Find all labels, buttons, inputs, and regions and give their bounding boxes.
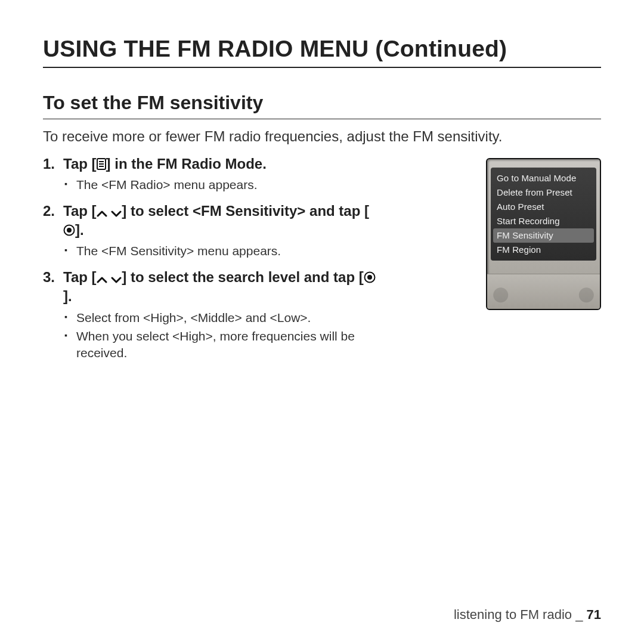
menu-item: Delete from Preset [491, 185, 596, 200]
step-item: Tap [ ] to select <FM Sensitivity> and t… [43, 202, 377, 259]
menu-item-highlighted: FM Sensitivity [493, 228, 594, 243]
section-title: To set the FM sensitivity [43, 92, 601, 114]
substep-text: The <FM Sensitivity> menu appears. [63, 243, 377, 259]
target-icon [364, 271, 376, 283]
step-text: to select the search level and tap [126, 269, 358, 285]
substep-text: The <FM Radio> menu appears. [63, 177, 377, 193]
menu-item: Start Recording [491, 214, 596, 228]
footer-chapter: listening to FM radio [454, 607, 572, 622]
step-text: Tap [63, 156, 92, 172]
section-divider [43, 119, 601, 119]
step-list: Tap [] in the FM Radio Mode. The <FM Rad… [43, 154, 377, 361]
step-text: Tap [63, 203, 92, 219]
step-item: Tap [ ] to select the search level and t… [43, 268, 377, 361]
step-strong: <FM Sensitivity> [193, 203, 305, 219]
step-text: and tap [305, 203, 364, 219]
step-text: Tap [63, 269, 92, 285]
menu-icon [97, 158, 106, 170]
menu-item: Auto Preset [491, 200, 596, 214]
step-text: . [80, 222, 84, 238]
device-bottom-panel [487, 274, 600, 309]
step-text: . [68, 288, 72, 304]
step-item: Tap [] in the FM Radio Mode. The <FM Rad… [43, 154, 377, 193]
menu-item: Go to Manual Mode [491, 171, 596, 185]
page-title: USING THE FM RADIO MENU (Continued) [43, 36, 601, 62]
substep-text: Select from <High>, <Middle> and <Low>. [63, 309, 377, 326]
page-footer: listening to FM radio _ 71 [454, 607, 601, 623]
chevron-down-icon [111, 276, 122, 283]
chevron-up-icon [97, 276, 107, 283]
target-icon [63, 224, 75, 236]
device-menu: Go to Manual Mode Delete from Preset Aut… [491, 168, 596, 261]
footer-page-number: 71 [587, 607, 601, 622]
device-illustration: Go to Manual Mode Delete from Preset Aut… [486, 158, 601, 310]
chevron-down-icon [111, 210, 122, 217]
menu-item: FM Region [491, 243, 596, 257]
step-text: to select [126, 203, 193, 219]
footer-sep: _ [572, 607, 586, 622]
title-divider [43, 67, 601, 68]
step-text: in the FM Radio Mode. [111, 156, 267, 172]
substep-text: When you select <High>, more frequencies… [63, 328, 377, 361]
intro-text: To receive more or fewer FM radio freque… [43, 128, 592, 146]
chevron-up-icon [97, 210, 107, 217]
